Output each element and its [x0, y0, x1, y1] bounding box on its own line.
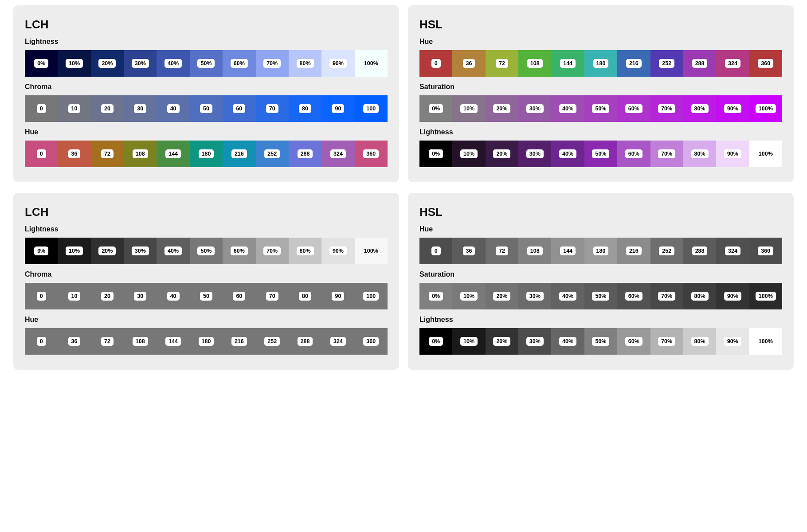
swatch: 144 [157, 141, 189, 167]
swatch-label: 60 [233, 292, 245, 301]
swatch: 10% [452, 141, 485, 167]
swatch-label: 100 [363, 292, 379, 301]
swatch-label: 0% [34, 59, 48, 68]
swatch: 90% [716, 328, 749, 355]
swatch-label: 40% [165, 59, 182, 68]
swatch-label: 216 [231, 149, 247, 158]
row-label: Hue [419, 225, 782, 233]
swatch-label: 360 [363, 337, 379, 346]
swatch: 0% [419, 328, 452, 355]
swatch-label: 252 [264, 149, 280, 158]
swatch-label: 72 [496, 246, 508, 255]
swatch: 100% [355, 50, 388, 77]
swatch-label: 100% [756, 104, 776, 113]
row-label: Hue [25, 128, 388, 136]
swatch-label: 288 [298, 149, 313, 158]
swatch-label: 70% [658, 104, 675, 113]
swatch: 0% [419, 283, 452, 309]
swatch: 0 [25, 95, 58, 122]
swatch-label: 20% [493, 292, 510, 301]
swatch: 30% [518, 328, 551, 355]
swatch: 180 [190, 328, 223, 355]
swatch-label: 50% [592, 149, 609, 158]
swatch: 70% [256, 238, 289, 264]
swatch: 252 [650, 238, 683, 264]
swatch-label: 20% [98, 59, 116, 68]
swatch: 36 [58, 328, 90, 355]
swatch-label: 100% [756, 292, 776, 301]
swatch-label: 100 [363, 104, 379, 113]
swatch: 100% [355, 238, 388, 264]
swatch: 80% [683, 283, 716, 309]
swatch: 20% [91, 238, 124, 264]
swatch-label: 70% [658, 149, 675, 158]
swatch-label: 70% [263, 246, 281, 255]
swatch-label: 10% [66, 246, 83, 255]
swatch-label: 360 [758, 246, 773, 255]
swatch: 70% [650, 283, 683, 309]
swatch-label: 0 [37, 292, 46, 301]
swatch-label: 216 [626, 59, 642, 68]
swatch-label: 36 [68, 337, 81, 346]
swatch-label: 90% [724, 104, 741, 113]
swatch: 324 [321, 328, 354, 355]
swatch: 40% [157, 50, 189, 77]
swatch: 0% [25, 50, 58, 77]
swatch: 72 [91, 328, 124, 355]
swatch: 10 [58, 95, 90, 122]
swatch: 30% [518, 283, 551, 309]
swatch-label: 72 [101, 149, 114, 158]
swatch-label: 70% [263, 59, 281, 68]
swatch-label: 90% [724, 149, 741, 158]
swatch-label: 10% [460, 292, 478, 301]
swatch-label: 80% [691, 337, 709, 346]
swatch: 324 [716, 50, 749, 77]
swatch-label: 252 [264, 337, 280, 346]
swatch: 10% [58, 238, 90, 264]
swatch: 360 [749, 238, 782, 264]
swatch-label: 0 [37, 104, 46, 113]
swatch: 60 [223, 283, 255, 309]
swatch: 40 [157, 95, 189, 122]
swatch-label: 144 [560, 246, 576, 255]
swatch-label: 20 [101, 292, 114, 301]
swatch: 70 [256, 95, 289, 122]
swatch: 50 [190, 95, 223, 122]
swatch-label: 36 [463, 246, 475, 255]
swatch: 252 [650, 50, 683, 77]
swatch: 108 [518, 238, 551, 264]
swatch-label: 50% [197, 246, 215, 255]
swatch-label: 180 [593, 59, 609, 68]
swatch-label: 180 [593, 246, 609, 255]
swatch: 10% [58, 50, 90, 77]
swatch: 20% [486, 328, 518, 355]
swatch-label: 144 [165, 149, 181, 158]
swatch: 36 [452, 50, 485, 77]
swatch-label: 70 [266, 292, 278, 301]
swatch-label: 20% [493, 149, 510, 158]
swatch-label: 90 [332, 104, 344, 113]
swatch-label: 180 [199, 149, 214, 158]
row-label: Chroma [25, 270, 388, 278]
swatch: 360 [355, 141, 388, 167]
swatch-strip: 0102030405060708090100 [25, 95, 388, 122]
panel-hsl-gray: HSLHue03672108144180216252288324360Satur… [408, 193, 794, 370]
row-label: Lightness [25, 225, 388, 233]
swatch: 216 [617, 50, 650, 77]
swatch: 40% [551, 141, 584, 167]
swatch-label: 30% [526, 104, 544, 113]
swatch: 90% [716, 283, 749, 309]
swatch-strip: 0%10%20%30%40%50%60%70%80%90%100% [419, 328, 782, 355]
swatch-label: 70% [658, 337, 675, 346]
swatch-label: 10 [68, 292, 81, 301]
swatch: 60% [617, 328, 650, 355]
swatch: 70% [256, 50, 289, 77]
swatch: 30% [518, 141, 551, 167]
swatch: 324 [716, 238, 749, 264]
swatch-label: 50% [592, 104, 609, 113]
swatch-label: 0% [429, 337, 443, 346]
swatch-label: 50 [200, 292, 212, 301]
swatch: 50 [190, 283, 223, 309]
swatch: 360 [749, 50, 782, 77]
panel-title: LCH [25, 18, 388, 31]
